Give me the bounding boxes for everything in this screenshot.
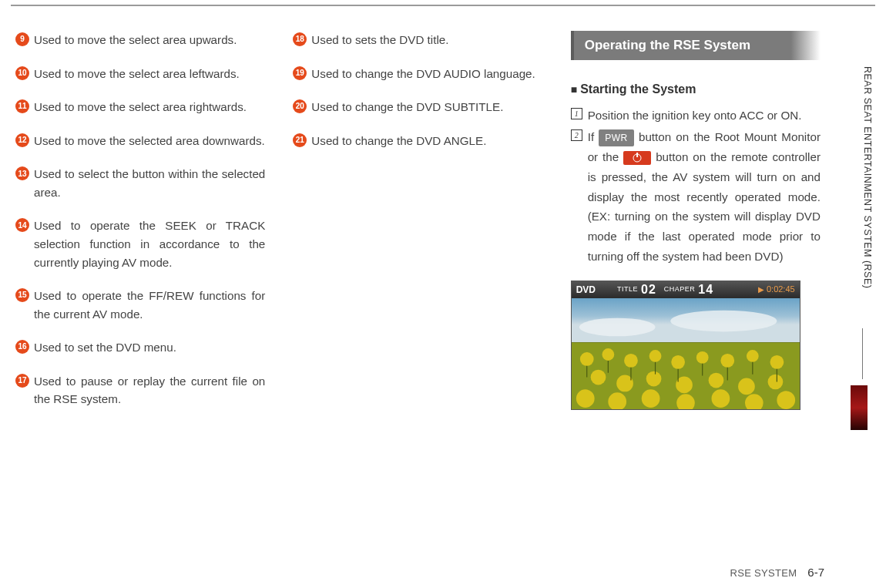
bullet-18: 18 <box>293 32 307 46</box>
dvd-time: 0:02:45 <box>767 283 795 296</box>
svg-point-18 <box>738 378 755 395</box>
side-underline <box>862 328 863 379</box>
list-item: 17Used to pause or replay the current fi… <box>15 372 265 408</box>
svg-point-9 <box>696 351 708 364</box>
svg-point-7 <box>649 350 661 362</box>
bullet-21: 21 <box>293 133 307 147</box>
section-heading: Operating the RSE System <box>571 31 821 60</box>
svg-point-1 <box>579 318 656 337</box>
item-text: Used to operate the SEEK or TRACK select… <box>34 217 265 271</box>
step-2: 2 If PWR button on the Root Mount Monito… <box>571 127 821 267</box>
svg-point-12 <box>770 355 784 369</box>
svg-point-20 <box>576 389 595 408</box>
list-item: 21Used to change the DVD ANGLE. <box>293 132 542 150</box>
square-icon: ■ <box>571 83 577 96</box>
item-text: Used to move the select area rightwards. <box>34 98 247 116</box>
svg-point-5 <box>602 348 614 361</box>
item-text: Used to pause or replay the current file… <box>34 372 265 408</box>
svg-point-15 <box>646 371 661 387</box>
step-1-text: Position the ignition key onto ACC or ON… <box>588 109 802 122</box>
item-text: Used to sets the DVD title. <box>311 31 448 49</box>
dvd-mode: DVD <box>576 283 596 297</box>
list-item: 19Used to change the DVD AUDIO language. <box>293 65 542 83</box>
dvd-image <box>572 298 800 409</box>
list-item: 9Used to move the select area upwards. <box>15 31 265 49</box>
bullet-9: 9 <box>15 32 29 46</box>
item-text: Used to move the selected area downwards… <box>34 132 265 150</box>
step-number-1: 1 <box>571 108 582 119</box>
svg-point-10 <box>720 354 734 368</box>
bullet-10: 10 <box>15 66 29 80</box>
bullet-11: 11 <box>15 99 29 113</box>
bullet-13: 13 <box>15 166 29 180</box>
column-2: 18Used to sets the DVD title. 19Used to … <box>293 31 542 424</box>
bullet-17: 17 <box>15 374 29 388</box>
item-text: Used to change the DVD ANGLE. <box>311 132 486 150</box>
side-chapter-label: REAR SEAT ENTERTAINMENT SYSTEM (RSE) <box>849 31 886 324</box>
bullet-20: 20 <box>293 99 307 113</box>
svg-point-26 <box>777 391 795 409</box>
step-2-text-a: If <box>588 130 599 143</box>
bullet-16: 16 <box>15 340 29 354</box>
bullet-12: 12 <box>15 133 29 147</box>
footer-section: RSE SYSTEM <box>730 567 797 579</box>
step-1: 1 Position the ignition key onto ACC or … <box>571 106 821 126</box>
list-item: 16Used to set the DVD menu. <box>15 338 265 357</box>
page-footer: RSE SYSTEM 6-7 <box>730 566 824 579</box>
svg-point-19 <box>767 375 783 390</box>
list-item: 11Used to move the select area rightward… <box>15 98 265 116</box>
svg-point-4 <box>580 352 594 366</box>
top-divider <box>11 5 875 6</box>
dvd-status-bar: DVD TITLE 02 CHAPER 14 ▶ 0:02:45 <box>572 281 800 298</box>
list-item: 15Used to operate the FF/REW functions f… <box>15 287 265 323</box>
dvd-chapter-num: 14 <box>698 281 713 299</box>
item-text: Used to move the select area leftwards. <box>34 65 240 83</box>
list-item: 13Used to select the button within the s… <box>15 165 265 201</box>
svg-point-13 <box>590 370 606 385</box>
side-tab: REAR SEAT ENTERTAINMENT SYSTEM (RSE) <box>849 31 886 547</box>
svg-point-17 <box>708 373 723 388</box>
sub-heading: ■Starting the System <box>571 80 821 99</box>
power-button-icon <box>623 151 651 165</box>
pwr-button-icon: PWR <box>599 129 634 146</box>
svg-point-11 <box>747 350 759 362</box>
page-columns: 9Used to move the select area upwards. 1… <box>15 31 821 424</box>
item-text: Used to change the DVD SUBTITLE. <box>311 98 503 116</box>
item-text: Used to set the DVD menu. <box>34 338 176 357</box>
svg-point-24 <box>711 389 730 408</box>
step-number-2: 2 <box>571 129 582 141</box>
bullet-14: 14 <box>15 218 29 232</box>
item-text: Used to operate the FF/REW functions for… <box>34 287 265 323</box>
column-3: Operating the RSE System ■Starting the S… <box>571 31 821 424</box>
list-item: 18Used to sets the DVD title. <box>293 31 542 49</box>
sub-heading-text: Starting the System <box>580 82 696 96</box>
dvd-title-label: TITLE <box>617 284 638 295</box>
svg-point-8 <box>671 355 685 369</box>
item-text: Used to change the DVD AUDIO language. <box>311 65 535 83</box>
step-2-text-c: button on the remote controller is press… <box>588 150 821 263</box>
svg-point-22 <box>641 389 659 408</box>
list-item: 10Used to move the select area leftwards… <box>15 65 265 83</box>
item-text: Used to move the select area upwards. <box>34 31 237 49</box>
svg-point-6 <box>624 354 638 368</box>
play-icon: ▶ <box>758 284 764 296</box>
dvd-title-num: 02 <box>641 281 656 299</box>
side-tab-marker <box>851 385 868 430</box>
bullet-15: 15 <box>15 288 29 302</box>
column-1: 9Used to move the select area upwards. 1… <box>15 31 265 424</box>
dvd-chapter-label: CHAPER <box>664 284 696 295</box>
list-item: 14Used to operate the SEEK or TRACK sele… <box>15 217 265 271</box>
list-item: 20Used to change the DVD SUBTITLE. <box>293 98 542 116</box>
item-text: Used to select the button within the sel… <box>34 165 265 201</box>
side-label-text: REAR SEAT ENTERTAINMENT SYSTEM (RSE) <box>862 66 873 288</box>
list-item: 12Used to move the selected area downwar… <box>15 132 265 150</box>
footer-page: 6-7 <box>807 566 824 579</box>
dvd-screenshot: DVD TITLE 02 CHAPER 14 ▶ 0:02:45 <box>571 281 800 410</box>
bullet-19: 19 <box>293 66 307 80</box>
svg-point-2 <box>670 311 777 332</box>
